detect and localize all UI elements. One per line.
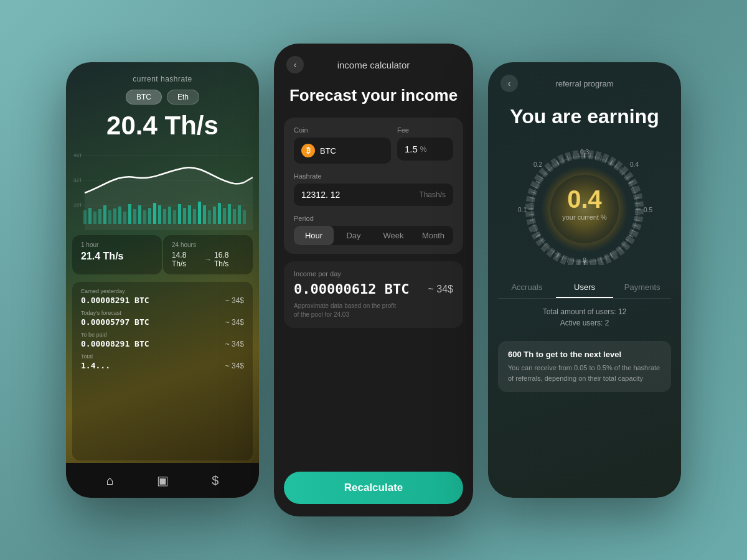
earning-heading: You are earning [488,98,681,141]
phone-calculator: ‹ income calculator Forecast your income… [274,44,473,516]
svg-rect-31 [208,210,211,224]
hashrate-label: Hashrate [294,172,453,180]
calculator-header: ‹ income calculator [274,44,473,80]
svg-text:16T: 16T [73,202,82,208]
referral-header: ‹ referral program [488,62,681,98]
active-users: Active users: 2 [500,319,669,327]
fee-unit: % [420,145,427,154]
earn-row-yesterday: Earned yesterday 0.00008291 BTC ~ 34$ [81,288,244,305]
referral-title: referral program [518,79,651,88]
svg-rect-23 [168,207,171,224]
svg-rect-22 [163,209,166,224]
income-btc: 0.00000612 BTC [294,281,409,297]
svg-rect-6 [83,210,87,224]
svg-rect-18 [143,210,146,224]
hashrate-unit: Thash/s [419,190,446,199]
svg-line-88 [529,203,533,204]
fee-input[interactable]: 1.5 % [397,138,453,161]
svg-text:0.2: 0.2 [533,161,542,168]
coin-input[interactable]: ₿ BTC [294,138,391,164]
period-section: Period Hour Day Week Month [294,215,453,245]
gauge-value: 0.4 [562,185,607,213]
svg-text:0.3: 0.3 [580,149,589,156]
svg-rect-35 [228,204,231,224]
period-tab-hour[interactable]: Hour [294,226,334,245]
card-title: 600 Th to get to the next level [508,350,661,359]
earnings-section: Earned yesterday 0.00008291 BTC ~ 34$ To… [72,282,253,460]
income-note: Approximate data based on the profitof t… [294,302,453,319]
svg-text:0.1: 0.1 [518,207,527,213]
svg-rect-7 [88,208,92,224]
svg-line-58 [636,215,641,215]
svg-rect-26 [183,208,186,224]
phone-hashrate: current hashrate BTC Eth 20.4 Th/s 48T 3… [66,62,259,498]
svg-line-101 [579,154,580,159]
income-usd: ~ 34$ [428,284,453,295]
gauge-center: 0.4 your current % [562,185,607,221]
forecast-title: Forecast your income [274,80,473,118]
period-tabs: Hour Day Week Month [294,226,453,245]
coin-tab-eth[interactable]: Eth [167,90,199,105]
svg-text:0.4: 0.4 [630,161,639,168]
svg-text:0: 0 [583,257,586,264]
svg-text:48T: 48T [73,152,82,158]
period-tab-week[interactable]: Week [374,226,413,245]
earn-row-total: Total 1.4... ~ 34$ [81,353,244,370]
coin-tab-btc[interactable]: BTC [126,90,162,105]
income-label: Income per day [294,270,453,278]
coin-group: Coin ₿ BTC [294,126,391,164]
user-stats: Total amount of users: 12 Active users: … [488,299,681,336]
svg-rect-25 [178,204,181,224]
svg-rect-9 [98,209,101,224]
phone-referral: ‹ referral program You are earning /* ti… [488,62,681,498]
period-tab-month[interactable]: Month [413,226,453,245]
hashrate-input[interactable]: 12312. 12 Thash/s [294,184,453,206]
svg-text:0.5: 0.5 [644,207,652,213]
fee-value: 1.5 [405,144,418,154]
svg-rect-33 [218,203,221,224]
svg-rect-16 [133,209,136,224]
gauge-label: your current % [562,213,607,221]
recalculate-button[interactable]: Recalculate [284,472,463,504]
coin-label: Coin [294,126,391,134]
nav-home-icon[interactable]: ⌂ [106,474,114,488]
svg-rect-17 [138,205,141,224]
svg-text:32T: 32T [73,177,82,183]
tab-accruals[interactable]: Accruals [498,278,556,298]
svg-rect-24 [173,210,176,224]
earn-row-tobepaid: To be paid 0.00008291 BTC ~ 34$ [81,332,244,348]
svg-rect-14 [123,212,126,224]
svg-rect-13 [118,207,121,224]
nav-wallet-icon[interactable]: ▣ [157,473,169,488]
svg-rect-10 [103,205,106,224]
hashrate-field: Hashrate 12312. 12 Thash/s [294,172,453,206]
fee-label: Fee [397,126,453,134]
tab-users[interactable]: Users [556,278,614,298]
back-button[interactable]: ‹ [286,56,304,73]
referral-info-card: 600 Th to get to the next level You can … [498,341,671,392]
period-tab-day[interactable]: Day [334,226,374,245]
svg-rect-29 [198,202,201,224]
btc-icon: ₿ [301,144,315,157]
tab-payments[interactable]: Payments [613,278,671,298]
svg-rect-27 [188,205,191,224]
hashrate-value: 20.4 Th/s [66,111,259,141]
nav-bitcoin-icon[interactable]: $ [212,474,218,488]
stat-24hours: 24 hours 14.8 Th/s → 16.8 Th/s [163,235,253,274]
hashrate-value: 12312. 12 [301,190,340,200]
referral-tabs: Accruals Users Payments [498,278,671,299]
svg-rect-21 [158,205,161,224]
stat-1hour: 1 hour 21.4 Th/s [72,235,162,274]
svg-rect-8 [93,212,96,224]
svg-rect-11 [108,210,111,224]
svg-rect-37 [238,205,241,224]
calculator-title: income calculator [304,60,443,70]
bottom-nav: ⌂ ▣ $ [66,463,259,498]
earn-row-forecast: Today's forecast 0.00005797 BTC ~ 34$ [81,310,244,327]
income-card: Income per day 0.00000612 BTC ~ 34$ Appr… [284,261,463,328]
coin-value: BTC [320,146,336,156]
referral-back-button[interactable]: ‹ [500,75,518,92]
svg-rect-12 [113,208,116,224]
coin-tab-group: BTC Eth [66,90,259,105]
hashrate-title: current hashrate [66,75,259,83]
